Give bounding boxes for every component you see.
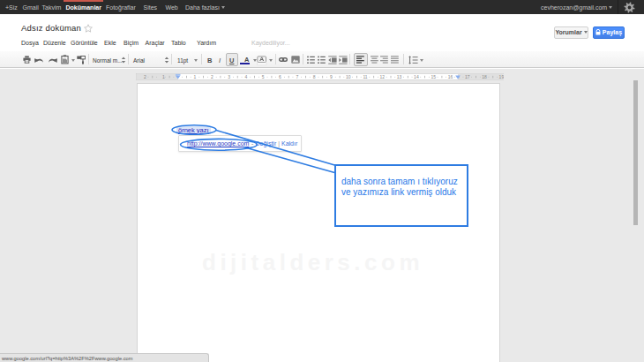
svg-text:13: 13	[397, 74, 402, 79]
svg-text:1: 1	[194, 74, 197, 79]
svg-text:6: 6	[279, 74, 281, 79]
svg-text:10: 10	[346, 74, 351, 79]
svg-text:12: 12	[380, 74, 386, 79]
svg-text:1: 1	[162, 74, 165, 79]
svg-text:11: 11	[363, 74, 367, 79]
svg-text:2: 2	[144, 74, 146, 79]
svg-text:8: 8	[313, 74, 316, 79]
svg-text:2: 2	[211, 74, 213, 79]
svg-text:15: 15	[431, 74, 436, 79]
svg-text:19: 19	[499, 74, 504, 79]
svg-text:16: 16	[448, 74, 453, 79]
svg-text:18: 18	[482, 74, 487, 79]
svg-text:17: 17	[465, 74, 470, 79]
svg-text:4: 4	[245, 74, 248, 79]
svg-text:14: 14	[414, 74, 419, 79]
svg-text:5: 5	[262, 74, 265, 79]
svg-text:3: 3	[228, 74, 230, 79]
svg-text:7: 7	[296, 74, 298, 79]
svg-text:9: 9	[330, 74, 333, 79]
